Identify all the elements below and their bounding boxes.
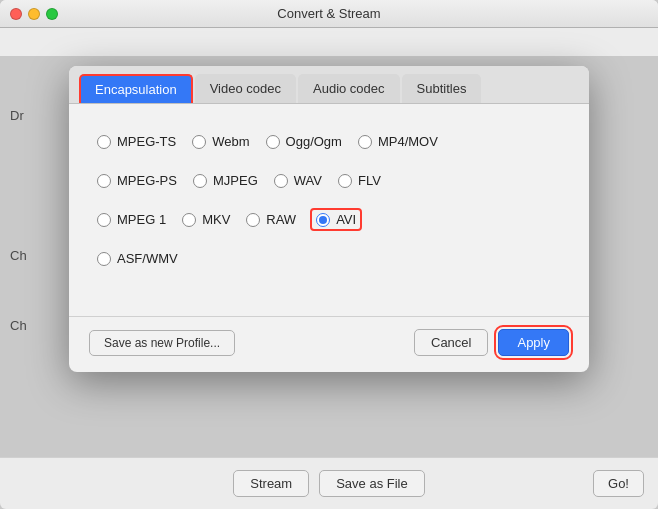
radio-mpeg-ps[interactable]: MPEG-PS — [89, 163, 185, 198]
dialog-body: MPEG-TS Webm Ogg/Ogm MP4/MOV — [69, 104, 589, 316]
radio-mpeg1[interactable]: MPEG 1 — [89, 202, 174, 237]
cancel-button[interactable]: Cancel — [414, 329, 488, 356]
radio-mpeg-ts[interactable]: MPEG-TS — [89, 124, 184, 159]
radio-flv[interactable]: FLV — [330, 163, 389, 198]
dialog-footer: Save as new Profile... Cancel Apply — [69, 316, 589, 372]
radio-input-ogg-ogm[interactable] — [266, 135, 280, 149]
radio-input-wav[interactable] — [274, 174, 288, 188]
dialog-tabs: Encapsulation Video codec Audio codec Su… — [69, 66, 589, 104]
apply-button[interactable]: Apply — [498, 329, 569, 356]
radio-input-mpeg-ts[interactable] — [97, 135, 111, 149]
modal-overlay: Encapsulation Video codec Audio codec Su… — [0, 56, 658, 509]
footer-actions: Cancel Apply — [414, 329, 569, 356]
save-as-file-button[interactable]: Save as File — [319, 470, 425, 497]
radio-ogg-ogm[interactable]: Ogg/Ogm — [258, 124, 350, 159]
stream-button[interactable]: Stream — [233, 470, 309, 497]
minimize-button[interactable] — [28, 8, 40, 20]
app-bottom-bar: Stream Save as File Go! — [0, 457, 658, 509]
radio-avi[interactable]: AVI — [304, 202, 368, 237]
close-button[interactable] — [10, 8, 22, 20]
radio-mkv[interactable]: MKV — [174, 202, 238, 237]
radio-wav[interactable]: WAV — [266, 163, 330, 198]
tab-audio-codec[interactable]: Audio codec — [298, 74, 400, 103]
radio-input-mp4-mov[interactable] — [358, 135, 372, 149]
window-title: Convert & Stream — [277, 6, 380, 21]
window-controls — [10, 8, 58, 20]
tab-subtitles[interactable]: Subtitles — [402, 74, 482, 103]
radio-asf-wmv[interactable]: ASF/WMV — [89, 241, 186, 276]
go-button[interactable]: Go! — [593, 470, 644, 497]
radio-input-raw[interactable] — [246, 213, 260, 227]
radio-input-mjpeg[interactable] — [193, 174, 207, 188]
tab-video-codec[interactable]: Video codec — [195, 74, 296, 103]
radio-raw[interactable]: RAW — [238, 202, 304, 237]
maximize-button[interactable] — [46, 8, 58, 20]
radio-mp4-mov[interactable]: MP4/MOV — [350, 124, 446, 159]
dialog: Encapsulation Video codec Audio codec Su… — [69, 66, 589, 372]
tab-encapsulation[interactable]: Encapsulation — [79, 74, 193, 103]
radio-input-flv[interactable] — [338, 174, 352, 188]
radio-input-mpeg-ps[interactable] — [97, 174, 111, 188]
save-profile-button[interactable]: Save as new Profile... — [89, 330, 235, 356]
radio-mjpeg[interactable]: MJPEG — [185, 163, 266, 198]
radio-input-asf-wmv[interactable] — [97, 252, 111, 266]
avi-highlight-box: AVI — [310, 208, 362, 231]
radio-input-avi[interactable] — [316, 213, 330, 227]
app-window: Convert & Stream Dr Ch Ch Encapsulation … — [0, 0, 658, 509]
radio-input-webm[interactable] — [192, 135, 206, 149]
title-bar: Convert & Stream — [0, 0, 658, 28]
radio-input-mpeg1[interactable] — [97, 213, 111, 227]
radio-input-mkv[interactable] — [182, 213, 196, 227]
radio-webm[interactable]: Webm — [184, 124, 257, 159]
